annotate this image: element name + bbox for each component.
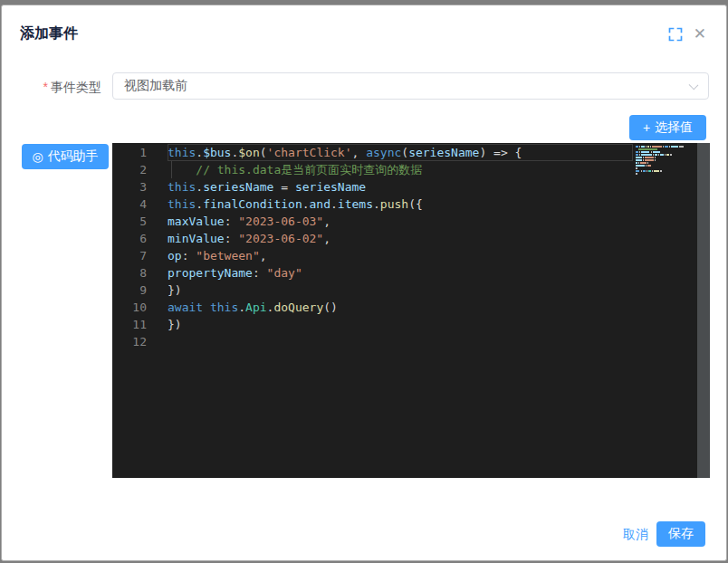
code-token: ( [401,146,408,159]
minimap-segment [641,146,644,148]
minimap-segment [636,157,642,158]
code-token: items [338,197,373,211]
line-number: 12 [112,333,147,350]
event-type-select[interactable]: 视图加载前 [112,72,709,100]
minimap-segment [679,146,684,148]
code-assistant-button[interactable]: ◎ 代码助手 [22,144,109,169]
code-token: op [168,249,182,262]
required-mark: * [43,80,48,94]
code-token: await [168,301,203,314]
code-token: 'chartClick' [267,146,352,159]
code-token: . [330,197,338,211]
code-token: . [196,197,203,211]
code-editor[interactable]: 123456789101112 this.$bus.$on('chartClic… [112,143,710,478]
close-icon[interactable]: ✕ [694,27,706,42]
code-token: , [260,249,267,262]
code-token: . [302,197,310,211]
code-token: this [168,180,196,194]
line-number: 2 [112,161,147,178]
code-token: () [323,301,338,314]
page-background: 添加事件 ✕ *事件类型 视图加载前 + 选择值 ◎ 代码助手 12345678… [0,0,728,563]
minimap-segment [640,162,647,164]
code-token: and [310,197,330,211]
line-number: 5 [112,213,147,230]
code-token: : [253,266,267,280]
minimap-segment [652,146,661,148]
event-type-label: *事件类型 [2,80,101,96]
line-number: 9 [112,282,147,299]
code-token: "day" [267,266,302,280]
code-token: , [352,146,367,159]
minimap-segment [643,157,644,158]
code-token: async [366,146,401,159]
code-line [168,333,633,350]
minimap-segment [655,157,656,158]
minimap-segment [641,151,649,153]
code-line: maxValue: "2023-06-03", [168,213,633,230]
code-token: : [225,215,239,228]
code-line: await this.Api.doQuery() [168,299,633,316]
code-token: ({ [408,197,423,211]
select-value-button[interactable]: + 选择值 [629,115,706,140]
code-line: }) [168,316,633,333]
code-token: this [168,146,196,159]
line-number: 1 [112,144,147,161]
minimap-segment [647,162,648,164]
code-token: propertyName [168,266,253,280]
code-token: finalCondition [203,197,302,211]
dialog-header-icons: ✕ [668,27,706,42]
save-button[interactable]: 保存 [656,521,705,547]
code-token: : [225,232,239,245]
minimap-segment [653,154,654,156]
minimap-segment [658,154,659,156]
minimap-segment [636,146,638,148]
code-assistant-icon: ◎ [32,150,43,163]
minimap-segment [646,146,647,148]
minimap-segment [647,165,651,167]
minimap-segment [643,159,644,161]
minimap-segment [660,154,664,156]
line-number: 7 [112,247,147,264]
minimap-segment [643,170,646,172]
minimap-segment [646,165,647,167]
code-token: }) [168,318,182,331]
minimap-segment [669,146,670,148]
minimap-segment [655,159,656,161]
code-token [203,301,210,314]
plus-icon: + [643,120,650,135]
code-token: = [273,180,294,194]
minimap-segment [636,170,639,172]
code-line: this.finalCondition.and.items.push({ [168,196,633,213]
line-number: 8 [112,264,147,282]
minimap-segment [638,162,639,164]
minimap-segment [665,154,666,156]
code-token: : [182,249,196,262]
editor-scrollbar[interactable] [697,143,710,478]
event-type-label-text: 事件类型 [51,80,101,94]
code-token: Api [245,301,266,314]
minimap-segment [639,146,640,148]
code-line: this.$bus.$on('chartClick', async(series… [168,144,633,161]
chevron-down-icon [689,81,699,91]
minimap-segment [666,154,669,156]
code-token: . [196,180,203,194]
code-lines: this.$bus.$on('chartClick', async(series… [154,144,633,350]
minimap-segment [648,170,651,172]
code-token: maxValue [168,215,225,228]
cancel-button[interactable]: 取消 [623,527,648,543]
minimap-segment [636,151,638,153]
minimap-segment [665,146,668,148]
line-number: 11 [112,316,147,333]
fullscreen-icon[interactable] [668,27,683,42]
code-token: "between" [196,249,259,262]
minimap-segment [636,165,645,167]
code-token: ) => { [479,146,522,159]
select-value-button-label: 选择值 [655,119,693,136]
code-line: op: "between", [168,247,633,264]
editor-minimap[interactable] [636,146,695,178]
minimap-segment [660,170,662,172]
code-token: . [238,301,245,314]
code-line: propertyName: "day" [168,264,633,282]
code-token: . [196,146,203,159]
line-number: 6 [112,230,147,247]
